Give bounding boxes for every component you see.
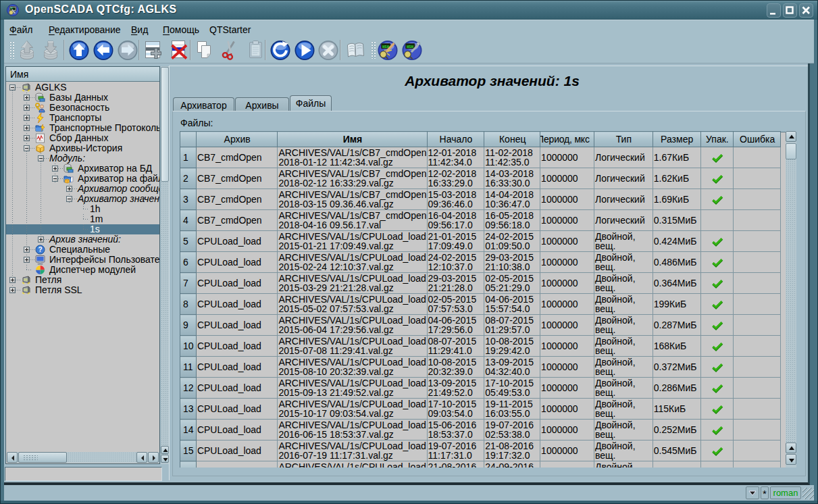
svg-text:HSH: HSH (407, 45, 413, 49)
svg-text:?: ? (38, 246, 42, 253)
